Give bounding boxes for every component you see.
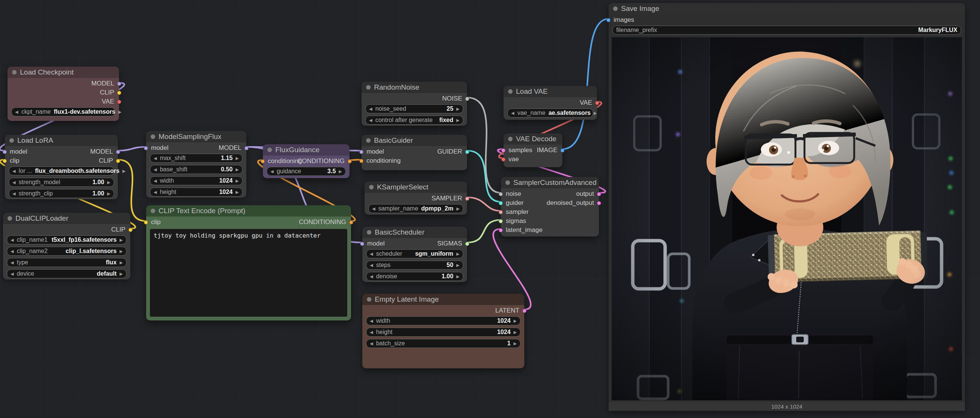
port-sigmas-output[interactable]: SIGMAS [437, 239, 467, 248]
prompt-textarea[interactable]: tjtoy toy holding sparkgpu gpu in a data… [150, 229, 347, 317]
node-empty-latent-image[interactable]: Empty Latent Image LATENT ◀width1024▶ ◀h… [362, 294, 524, 368]
widget-strength-model[interactable]: ◀strength_model1.00▶ [9, 178, 114, 187]
noise-port-dot[interactable] [499, 192, 503, 196]
port-conditioning-output[interactable]: CONDITIONING [299, 218, 351, 227]
widget-sampler-name[interactable]: ◀sampler_namedpmpp_2m▶ [368, 204, 463, 213]
collapse-dot[interactable] [8, 216, 12, 221]
port-sampler-output[interactable]: SAMPLER [432, 194, 467, 203]
sampler-port-dot[interactable] [499, 210, 503, 214]
widget-noise-seed[interactable]: ◀noise_seed25▶ [365, 104, 463, 113]
port-clip-output[interactable]: CLIP [111, 225, 130, 234]
widget-lora-name[interactable]: ◀lor ...flux_dreambooth.safetensors▶ [9, 167, 114, 175]
port-model-output[interactable]: MODEL [219, 143, 246, 153]
node-header[interactable]: Empty Latent Image [362, 294, 524, 305]
node-load-lora[interactable]: Load LoRA model MODEL clip CLIP ◀lor ...… [5, 135, 118, 197]
node-dual-clip-loader[interactable]: DualCLIPLoader CLIP ◀clip_name1t5xxl_fp1… [3, 213, 130, 278]
next-arrow-icon[interactable]: ▶ [457, 263, 460, 267]
prev-arrow-icon[interactable]: ◀ [13, 192, 16, 196]
node-clip-text-encode[interactable]: CLIP Text Encode (Prompt) clip CONDITION… [146, 205, 351, 321]
widget-clip-name2[interactable]: ◀clip_name2clip_l.safetensors▶ [7, 247, 127, 256]
next-arrow-icon[interactable]: ▶ [120, 238, 123, 242]
collapse-dot[interactable] [366, 138, 371, 143]
prev-arrow-icon[interactable]: ◀ [154, 156, 157, 161]
next-arrow-icon[interactable]: ▶ [107, 180, 110, 184]
model-port-dot[interactable] [117, 82, 121, 86]
next-arrow-icon[interactable]: ▶ [120, 261, 123, 265]
port-conditioning-output[interactable]: CONDITIONING [297, 157, 350, 166]
denoised-output-port-dot[interactable] [597, 201, 601, 205]
node-header[interactable]: Load Checkpoint [8, 67, 119, 78]
clip-port-dot[interactable] [3, 159, 7, 163]
node-header[interactable]: FluxGuidance [263, 144, 350, 156]
vae-port-dot[interactable] [117, 100, 121, 104]
next-arrow-icon[interactable]: ▶ [457, 275, 460, 279]
node-header[interactable]: SamplerCustomAdvanced [501, 177, 599, 188]
prev-arrow-icon[interactable]: ◀ [370, 263, 373, 267]
noise-port-dot[interactable] [465, 97, 469, 101]
vae-port-dot[interactable] [595, 101, 599, 105]
next-arrow-icon[interactable]: ▶ [339, 170, 342, 173]
prev-arrow-icon[interactable]: ◀ [11, 238, 14, 242]
images-port-dot[interactable] [606, 18, 611, 22]
widget-height[interactable]: ◀height1024▶ [366, 327, 520, 337]
node-header[interactable]: Load LoRA [5, 135, 118, 146]
widget-width[interactable]: ◀width1024▶ [366, 316, 520, 325]
prev-arrow-icon[interactable]: ◀ [11, 261, 14, 265]
port-noise-output[interactable]: NOISE [442, 94, 467, 103]
sigmas-port-dot[interactable] [465, 242, 469, 246]
prev-arrow-icon[interactable]: ◀ [154, 190, 157, 194]
node-load-checkpoint[interactable]: Load Checkpoint MODEL CLIP VAE ◀ckpt_nam… [8, 67, 119, 121]
prev-arrow-icon[interactable]: ◀ [370, 319, 373, 323]
prev-arrow-icon[interactable]: ◀ [370, 252, 373, 256]
collapse-dot[interactable] [10, 138, 14, 143]
node-header[interactable]: Save Image [609, 3, 965, 14]
port-model-input[interactable]: model [146, 143, 169, 153]
widget-scheduler[interactable]: ◀schedulersgm_uniform▶ [366, 249, 463, 258]
node-basic-guider[interactable]: BasicGuider model GUIDER conditioning [361, 135, 467, 170]
widget-guidance[interactable]: ◀guidance3.5▶ [267, 167, 346, 176]
node-header[interactable]: CLIP Text Encode (Prompt) [146, 205, 351, 216]
port-sigmas-input[interactable]: sigmas [501, 216, 526, 226]
clip-port-dot[interactable] [144, 220, 148, 224]
model-port-dot[interactable] [3, 150, 7, 154]
prev-arrow-icon[interactable]: ◀ [370, 330, 373, 334]
port-latent-image-input[interactable]: latent_image [501, 226, 542, 235]
guider-port-dot[interactable] [499, 201, 503, 205]
widget-height[interactable]: ◀height1024▶ [150, 188, 243, 197]
prev-arrow-icon[interactable]: ◀ [369, 107, 372, 111]
output-port-dot[interactable] [597, 192, 601, 196]
port-model-input[interactable]: model [5, 147, 27, 156]
model-port-dot[interactable] [360, 242, 364, 246]
prev-arrow-icon[interactable]: ◀ [370, 342, 373, 346]
next-arrow-icon[interactable]: ▶ [120, 272, 123, 276]
port-vae-input[interactable]: vae [504, 155, 519, 164]
samples-port-dot[interactable] [501, 148, 506, 153]
port-vae-output[interactable]: VAE [580, 98, 597, 107]
collapse-dot[interactable] [506, 180, 510, 185]
prev-arrow-icon[interactable]: ◀ [11, 249, 14, 253]
latent-image-port-dot[interactable] [499, 228, 503, 232]
node-sampler-custom-advanced[interactable]: SamplerCustomAdvanced noise output guide… [501, 177, 599, 237]
port-image-output[interactable]: IMAGE [537, 146, 562, 155]
port-output-output[interactable]: output [576, 189, 599, 199]
port-noise-input[interactable]: noise [501, 189, 521, 199]
sampler-port-dot[interactable] [465, 197, 469, 201]
prev-arrow-icon[interactable]: ◀ [372, 207, 375, 211]
next-arrow-icon[interactable]: ▶ [514, 330, 517, 334]
port-model-input[interactable]: model [362, 239, 385, 248]
widget-device[interactable]: ◀devicedefault▶ [7, 269, 127, 278]
image-port-dot[interactable] [560, 148, 565, 153]
widget-width[interactable]: ◀width1024▶ [150, 176, 243, 185]
widget-control-after-generate[interactable]: ◀control after generatefixed▶ [365, 116, 463, 125]
widget-ckpt-name[interactable]: ◀ckpt_nameflux1-dev.safetensors▶ [11, 107, 115, 116]
port-conditioning-input[interactable]: conditioning [361, 156, 401, 165]
next-arrow-icon[interactable]: ▶ [123, 169, 126, 173]
port-model-input[interactable]: model [361, 147, 384, 156]
latent-port-dot[interactable] [522, 309, 527, 313]
node-ksampler-select[interactable]: KSamplerSelect SAMPLER ◀sampler_namedpmp… [364, 181, 467, 215]
collapse-dot[interactable] [508, 137, 512, 141]
port-conditioning-input[interactable]: conditioning [263, 157, 302, 166]
prev-arrow-icon[interactable]: ◀ [13, 180, 16, 184]
collapse-dot[interactable] [151, 134, 155, 139]
node-random-noise[interactable]: RandomNoise NOISE ◀noise_seed25▶ ◀contro… [361, 82, 467, 126]
